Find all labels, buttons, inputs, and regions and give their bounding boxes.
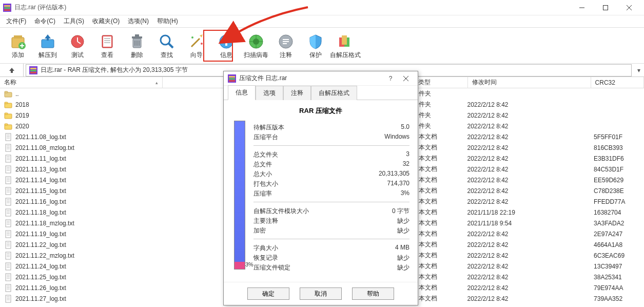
tab-options[interactable]: 选项 <box>256 86 283 100</box>
minimize-button[interactable] <box>570 0 594 15</box>
tab-comment[interactable]: 注释 <box>283 86 311 100</box>
tool-extract[interactable]: 解压到 <box>35 31 61 62</box>
file-date: 2022/2/12 8:42 <box>463 142 590 153</box>
col-name[interactable]: 名称▴ <box>0 77 163 88</box>
comment-icon <box>278 33 294 50</box>
close-button[interactable] <box>617 0 641 15</box>
file-icon <box>4 176 12 184</box>
file-date: 2022/2/12 8:42 <box>463 175 590 185</box>
file-name: 2021.11.14_log.txt <box>15 177 66 184</box>
svg-rect-9 <box>14 35 22 39</box>
svg-rect-58 <box>5 102 8 104</box>
svg-rect-26 <box>135 34 139 36</box>
file-date: 2022/2/12 8:42 <box>463 110 590 121</box>
file-crc: 5F5FF01F <box>590 131 644 142</box>
menu-file[interactable]: 文件(F) <box>2 16 30 27</box>
tool-sfx[interactable]: 自解压格式 <box>333 31 358 62</box>
tool-comment[interactable]: 注释 <box>273 31 299 62</box>
svg-rect-123 <box>6 295 11 302</box>
ok-button[interactable]: 确定 <box>247 287 289 300</box>
tool-protect[interactable]: 保护 <box>303 31 328 62</box>
ratio-bar-wrap: 3% <box>232 121 247 278</box>
maximize-button[interactable] <box>594 0 617 15</box>
tool-scan[interactable]: 扫描病毒 <box>243 31 269 62</box>
file-name: 2021.11.18_mzlog.txt <box>15 220 74 227</box>
file-name: 2021.11.13_log.txt <box>15 166 66 173</box>
file-crc: EE59D629 <box>590 175 644 185</box>
info-key: 字典大小 <box>253 244 278 253</box>
file-date <box>463 88 590 99</box>
col-date[interactable]: 修改时间 <box>468 77 591 88</box>
menu-favorites[interactable]: 收藏夹(O) <box>88 16 124 27</box>
tool-view[interactable]: 查看 <box>94 31 120 62</box>
folder-icon <box>4 111 12 120</box>
file-crc: 13C39497 <box>590 261 644 272</box>
file-name: 2021.11.08_mzlog.txt <box>15 144 74 151</box>
file-crc <box>590 110 644 121</box>
svg-rect-115 <box>6 274 11 281</box>
file-crc: 2E97A247 <box>590 228 644 239</box>
file-icon <box>4 252 12 260</box>
tool-wizard[interactable]: 向导 <box>184 31 209 62</box>
file-name: 2021.11.24_log.txt <box>15 263 66 270</box>
file-name: 2020 <box>15 123 29 130</box>
up-button[interactable] <box>0 64 24 77</box>
file-name: 2021.11.26_log.txt <box>15 284 66 292</box>
file-crc: E3B31DF6 <box>590 153 644 164</box>
tab-sfx[interactable]: 自解压格式 <box>311 86 357 100</box>
col-type[interactable]: 类型 <box>414 77 467 88</box>
file-date: 2022/2/12 8:42 <box>463 131 590 142</box>
file-date: 2022/2/12 8:42 <box>463 153 590 164</box>
file-icon <box>4 273 12 281</box>
file-date: 2022/2/12 8:42 <box>463 239 590 250</box>
svg-rect-1 <box>4 5 10 7</box>
menu-tools[interactable]: 工具(S) <box>60 16 88 27</box>
file-name: 2021.11.15_log.txt <box>15 187 66 195</box>
info-value: 32 <box>403 160 409 169</box>
svg-rect-62 <box>5 124 8 125</box>
tab-info[interactable]: 信息 <box>228 85 256 100</box>
file-date: 2022/2/12 8:42 <box>463 121 590 131</box>
address-text: 日志.rar - RAR 压缩文件, 解包大小为 20,313,305 字节 <box>41 66 188 74</box>
ratio-bar <box>234 121 245 270</box>
file-name: 2021.11.08_log.txt <box>15 133 66 141</box>
dialog-help-button[interactable]: ? <box>383 71 398 86</box>
svg-rect-95 <box>6 220 11 227</box>
address-dropdown[interactable]: ▾ <box>634 67 644 74</box>
dialog-close-button[interactable] <box>398 71 414 86</box>
col-crc[interactable]: CRC32 <box>591 77 644 88</box>
cancel-button[interactable]: 取消 <box>300 287 342 300</box>
info-key: 压缩率 <box>253 189 272 198</box>
file-date: 2021/11/18 9:54 <box>463 218 590 228</box>
info-key: 压缩文件锁定 <box>253 263 290 272</box>
info-value: 3% <box>401 189 409 198</box>
file-icon <box>4 262 12 271</box>
file-icon <box>4 295 12 303</box>
file-crc <box>590 99 644 110</box>
svg-rect-119 <box>6 284 11 292</box>
svg-rect-87 <box>6 198 11 205</box>
help-button[interactable]: 帮助 <box>352 287 394 300</box>
info-value: 4 MB <box>395 244 409 253</box>
file-crc: 816CB393 <box>590 142 644 153</box>
file-name: 2021.11.19_log.txt <box>15 231 66 238</box>
info-key: 自解压文件模块大小 <box>253 207 309 216</box>
file-crc: FFEDD77A <box>590 196 644 207</box>
menu-options[interactable]: 选项(N) <box>124 16 153 27</box>
file-name: 2021.11.27_log.txt <box>15 295 66 302</box>
tool-find[interactable]: 查找 <box>154 31 180 62</box>
svg-rect-128 <box>229 76 235 78</box>
menu-help[interactable]: 帮助(H) <box>153 16 182 27</box>
tool-add[interactable]: 添加 <box>5 31 31 62</box>
menu-command[interactable]: 命令(C) <box>30 16 60 27</box>
svg-rect-20 <box>103 36 111 47</box>
file-crc: 84C53D1F <box>590 164 644 175</box>
info-value: 5.0 <box>401 123 409 132</box>
tool-info[interactable]: 信息 <box>213 31 239 62</box>
menubar: 文件(F) 命令(C) 工具(S) 收藏夹(O) 选项(N) 帮助(H) <box>0 15 644 28</box>
file-date: 2022/2/12 8:42 <box>463 261 590 272</box>
svg-point-35 <box>201 43 203 45</box>
info-value: 缺少 <box>397 217 409 225</box>
tool-test[interactable]: 测试 <box>65 31 90 62</box>
tool-delete[interactable]: 删除 <box>124 31 150 62</box>
